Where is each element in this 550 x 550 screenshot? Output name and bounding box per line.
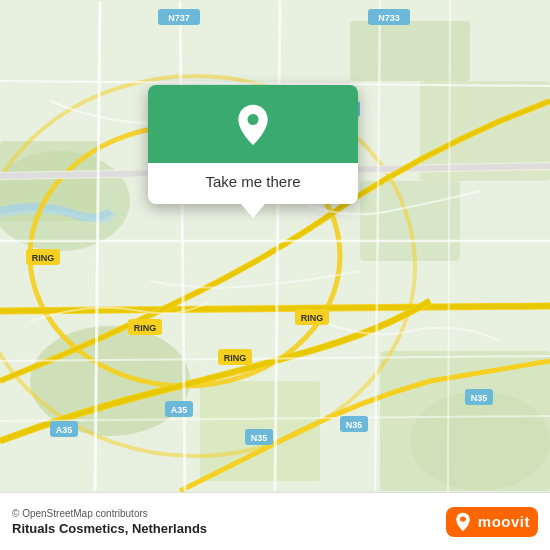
svg-text:N35: N35 — [471, 393, 488, 403]
app: N737 N733 N733 RING RING RING RING A35 A… — [0, 0, 550, 550]
map-container[interactable]: N737 N733 N733 RING RING RING RING A35 A… — [0, 0, 550, 492]
svg-text:RING: RING — [224, 353, 247, 363]
popup-header — [148, 85, 358, 163]
svg-text:N35: N35 — [251, 433, 268, 443]
osm-credit: © OpenStreetMap contributors — [12, 508, 207, 519]
svg-point-9 — [410, 391, 550, 491]
location-name: Rituals Cosmetics, Netherlands — [12, 521, 207, 536]
map-svg: N737 N733 N733 RING RING RING RING A35 A… — [0, 0, 550, 492]
svg-text:A35: A35 — [171, 405, 188, 415]
svg-text:N737: N737 — [168, 13, 190, 23]
svg-text:RING: RING — [32, 253, 55, 263]
svg-text:N35: N35 — [346, 420, 363, 430]
svg-text:RING: RING — [134, 323, 157, 333]
moovit-brand-icon — [452, 511, 474, 533]
svg-text:A35: A35 — [56, 425, 73, 435]
moovit-logo[interactable]: moovit — [446, 507, 538, 537]
svg-point-36 — [248, 114, 259, 125]
footer: © OpenStreetMap contributors Rituals Cos… — [0, 492, 550, 550]
popup-arrow — [241, 204, 265, 218]
popup-body[interactable]: Take me there — [148, 163, 358, 204]
svg-rect-3 — [350, 21, 470, 81]
take-me-there-button[interactable]: Take me there — [205, 173, 300, 190]
moovit-brand-name: moovit — [478, 513, 530, 530]
footer-left: © OpenStreetMap contributors Rituals Cos… — [12, 508, 207, 536]
location-pin-icon — [231, 103, 275, 147]
popup-card: Take me there — [148, 85, 358, 204]
svg-text:N733: N733 — [378, 13, 400, 23]
svg-text:RING: RING — [301, 313, 324, 323]
